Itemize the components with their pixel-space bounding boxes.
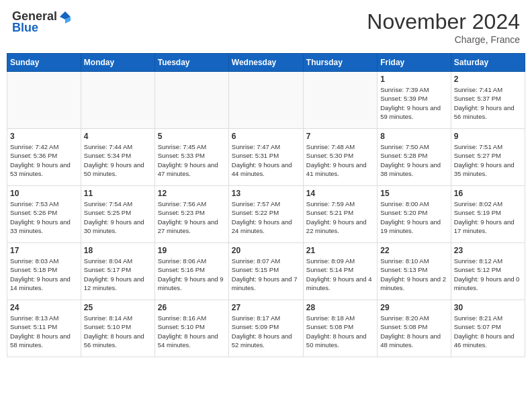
day-info: Sunrise: 7:59 AM Sunset: 5:21 PM Dayligh…	[306, 199, 374, 235]
calendar-cell: 30Sunrise: 8:21 AM Sunset: 5:07 PM Dayli…	[451, 300, 525, 357]
day-number: 29	[380, 303, 447, 312]
calendar-cell: 12Sunrise: 7:56 AM Sunset: 5:23 PM Dayli…	[154, 186, 228, 243]
day-info: Sunrise: 8:17 AM Sunset: 5:09 PM Dayligh…	[232, 314, 300, 349]
calendar-cell: 6Sunrise: 7:47 AM Sunset: 5:31 PM Daylig…	[228, 129, 303, 186]
day-info: Sunrise: 8:04 AM Sunset: 5:17 PM Dayligh…	[84, 257, 152, 292]
day-number: 16	[454, 189, 522, 198]
week-row-5: 24Sunrise: 8:13 AM Sunset: 5:11 PM Dayli…	[7, 300, 525, 357]
day-number: 21	[306, 246, 374, 255]
weekday-header-sunday: Sunday	[7, 54, 81, 72]
calendar-cell: 4Sunrise: 7:44 AM Sunset: 5:34 PM Daylig…	[81, 129, 154, 186]
calendar-cell: 2Sunrise: 7:41 AM Sunset: 5:37 PM Daylig…	[451, 72, 525, 129]
logo-blue-text: Blue	[12, 21, 38, 35]
day-number: 2	[454, 75, 522, 84]
day-number: 22	[380, 246, 447, 255]
weekday-header-saturday: Saturday	[451, 54, 525, 72]
calendar-cell: 15Sunrise: 8:00 AM Sunset: 5:20 PM Dayli…	[378, 186, 451, 243]
calendar-cell: 3Sunrise: 7:42 AM Sunset: 5:36 PM Daylig…	[7, 129, 81, 186]
weekday-header-monday: Monday	[81, 54, 154, 72]
calendar-cell: 24Sunrise: 8:13 AM Sunset: 5:11 PM Dayli…	[7, 300, 81, 357]
day-number: 9	[454, 132, 522, 141]
day-info: Sunrise: 7:41 AM Sunset: 5:37 PM Dayligh…	[454, 85, 522, 121]
calendar-cell: 22Sunrise: 8:10 AM Sunset: 5:13 PM Dayli…	[378, 243, 451, 300]
calendar-cell: 27Sunrise: 8:17 AM Sunset: 5:09 PM Dayli…	[228, 300, 303, 357]
calendar-cell: 20Sunrise: 8:07 AM Sunset: 5:15 PM Dayli…	[228, 243, 303, 300]
day-number: 12	[158, 189, 226, 198]
calendar-cell	[7, 72, 81, 129]
calendar-cell	[154, 72, 228, 129]
day-info: Sunrise: 7:48 AM Sunset: 5:30 PM Dayligh…	[306, 142, 374, 178]
weekday-header-row: SundayMondayTuesdayWednesdayThursdayFrid…	[7, 54, 525, 72]
calendar-cell: 9Sunrise: 7:51 AM Sunset: 5:27 PM Daylig…	[451, 129, 525, 186]
weekday-header-thursday: Thursday	[303, 54, 377, 72]
calendar-cell: 11Sunrise: 7:54 AM Sunset: 5:25 PM Dayli…	[81, 186, 154, 243]
weekday-header-wednesday: Wednesday	[228, 54, 303, 72]
day-number: 15	[380, 189, 447, 198]
day-number: 10	[10, 189, 78, 198]
week-row-4: 17Sunrise: 8:03 AM Sunset: 5:18 PM Dayli…	[7, 243, 525, 300]
day-info: Sunrise: 8:13 AM Sunset: 5:11 PM Dayligh…	[10, 314, 78, 349]
calendar-cell: 17Sunrise: 8:03 AM Sunset: 5:18 PM Dayli…	[7, 243, 81, 300]
day-number: 25	[84, 303, 152, 312]
calendar-cell: 26Sunrise: 8:16 AM Sunset: 5:10 PM Dayli…	[154, 300, 228, 357]
day-info: Sunrise: 8:16 AM Sunset: 5:10 PM Dayligh…	[158, 314, 226, 349]
day-info: Sunrise: 8:14 AM Sunset: 5:10 PM Dayligh…	[84, 314, 152, 349]
day-number: 11	[84, 189, 152, 198]
day-number: 14	[306, 189, 374, 198]
day-number: 26	[158, 303, 226, 312]
page-header: General Blue November 2024 Charge, Franc…	[7, 7, 525, 48]
day-number: 24	[10, 303, 78, 312]
calendar-cell: 1Sunrise: 7:39 AM Sunset: 5:39 PM Daylig…	[378, 72, 451, 129]
weekday-header-tuesday: Tuesday	[154, 54, 228, 72]
week-row-3: 10Sunrise: 7:53 AM Sunset: 5:26 PM Dayli…	[7, 186, 525, 243]
calendar-cell: 10Sunrise: 7:53 AM Sunset: 5:26 PM Dayli…	[7, 186, 81, 243]
day-info: Sunrise: 7:47 AM Sunset: 5:31 PM Dayligh…	[232, 142, 300, 178]
calendar-cell: 21Sunrise: 8:09 AM Sunset: 5:14 PM Dayli…	[303, 243, 377, 300]
day-info: Sunrise: 7:57 AM Sunset: 5:22 PM Dayligh…	[232, 199, 300, 235]
day-info: Sunrise: 8:20 AM Sunset: 5:08 PM Dayligh…	[380, 314, 447, 349]
calendar-cell	[81, 72, 154, 129]
location-text: Charge, France	[367, 34, 520, 45]
day-info: Sunrise: 8:18 AM Sunset: 5:08 PM Dayligh…	[306, 314, 374, 349]
day-number: 17	[10, 246, 78, 255]
day-number: 7	[306, 132, 374, 141]
logo: General Blue	[12, 9, 72, 35]
calendar-cell: 16Sunrise: 8:02 AM Sunset: 5:19 PM Dayli…	[451, 186, 525, 243]
day-info: Sunrise: 7:53 AM Sunset: 5:26 PM Dayligh…	[10, 199, 78, 235]
calendar-cell: 25Sunrise: 8:14 AM Sunset: 5:10 PM Dayli…	[81, 300, 154, 357]
calendar-cell: 28Sunrise: 8:18 AM Sunset: 5:08 PM Dayli…	[303, 300, 377, 357]
title-section: November 2024 Charge, France	[367, 9, 520, 45]
day-info: Sunrise: 7:44 AM Sunset: 5:34 PM Dayligh…	[84, 142, 152, 178]
logo-icon	[58, 10, 72, 24]
day-info: Sunrise: 8:07 AM Sunset: 5:15 PM Dayligh…	[232, 257, 300, 292]
weekday-header-friday: Friday	[378, 54, 451, 72]
day-info: Sunrise: 8:02 AM Sunset: 5:19 PM Dayligh…	[454, 199, 522, 235]
calendar-cell: 13Sunrise: 7:57 AM Sunset: 5:22 PM Dayli…	[228, 186, 303, 243]
day-number: 28	[306, 303, 374, 312]
calendar-cell: 18Sunrise: 8:04 AM Sunset: 5:17 PM Dayli…	[81, 243, 154, 300]
calendar-cell: 29Sunrise: 8:20 AM Sunset: 5:08 PM Dayli…	[378, 300, 451, 357]
day-number: 13	[232, 189, 300, 198]
day-info: Sunrise: 8:06 AM Sunset: 5:16 PM Dayligh…	[158, 257, 226, 292]
calendar-cell	[228, 72, 303, 129]
day-info: Sunrise: 8:03 AM Sunset: 5:18 PM Dayligh…	[10, 257, 78, 292]
day-number: 20	[232, 246, 300, 255]
calendar-cell: 5Sunrise: 7:45 AM Sunset: 5:33 PM Daylig…	[154, 129, 228, 186]
calendar-cell	[303, 72, 377, 129]
day-info: Sunrise: 7:39 AM Sunset: 5:39 PM Dayligh…	[380, 85, 447, 121]
day-number: 23	[454, 246, 522, 255]
day-number: 30	[454, 303, 522, 312]
day-info: Sunrise: 8:21 AM Sunset: 5:07 PM Dayligh…	[454, 314, 522, 349]
calendar-cell: 23Sunrise: 8:12 AM Sunset: 5:12 PM Dayli…	[451, 243, 525, 300]
day-number: 4	[84, 132, 152, 141]
calendar-cell: 8Sunrise: 7:50 AM Sunset: 5:28 PM Daylig…	[378, 129, 451, 186]
day-info: Sunrise: 7:45 AM Sunset: 5:33 PM Dayligh…	[158, 142, 226, 178]
calendar-cell: 7Sunrise: 7:48 AM Sunset: 5:30 PM Daylig…	[303, 129, 377, 186]
day-info: Sunrise: 7:51 AM Sunset: 5:27 PM Dayligh…	[454, 142, 522, 178]
calendar-table: SundayMondayTuesdayWednesdayThursdayFrid…	[7, 53, 525, 357]
day-info: Sunrise: 7:56 AM Sunset: 5:23 PM Dayligh…	[158, 199, 226, 235]
day-info: Sunrise: 8:12 AM Sunset: 5:12 PM Dayligh…	[454, 257, 522, 292]
day-number: 3	[10, 132, 78, 141]
day-number: 18	[84, 246, 152, 255]
week-row-1: 1Sunrise: 7:39 AM Sunset: 5:39 PM Daylig…	[7, 72, 525, 129]
